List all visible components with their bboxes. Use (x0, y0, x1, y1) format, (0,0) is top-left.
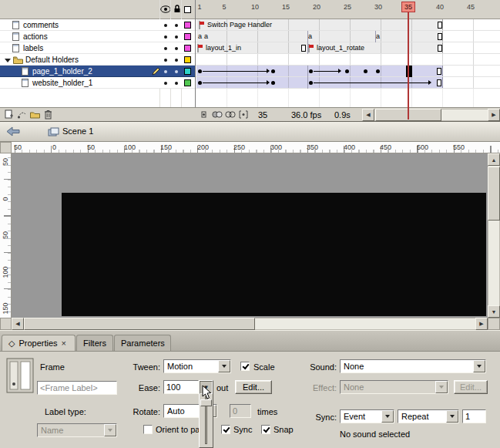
stage-vscrollbar-thumb[interactable] (488, 167, 500, 221)
span-end-marker (301, 45, 306, 52)
outline-color-swatch[interactable] (184, 45, 191, 52)
sound-select[interactable]: None (340, 359, 486, 373)
insert-layer-folder-icon[interactable] (29, 109, 41, 120)
ruler-label: 150 (2, 299, 9, 318)
stage-scroll-down-button[interactable]: ▼ (488, 305, 500, 318)
frame-number: 40 (434, 3, 446, 11)
dropdown-arrow-icon[interactable] (381, 410, 394, 423)
sound-sync-value: Event (344, 412, 365, 421)
tween-select[interactable]: Motion (163, 359, 231, 373)
repeat-select[interactable]: Repeat (398, 409, 459, 423)
tab-parameters[interactable]: Parameters (114, 335, 171, 351)
visibility-dot[interactable] (164, 70, 167, 73)
layer-row-labels[interactable]: labels (0, 42, 195, 54)
outline-color-swatch[interactable] (184, 68, 191, 75)
outline-color-swatch[interactable] (184, 33, 191, 40)
frame-label-text: layout_1_rotate (317, 44, 364, 52)
lock-dot[interactable] (175, 59, 178, 62)
insert-layer-icon[interactable] (3, 109, 15, 120)
folder-expand-arrow-icon[interactable] (5, 59, 11, 62)
keyframe-dot (345, 69, 349, 73)
frame-number: 30 (372, 3, 384, 11)
playhead-line[interactable] (408, 12, 409, 120)
outline-color-swatch[interactable] (184, 22, 191, 29)
layer-row-page-1-holder-2-selected[interactable]: page_1_holder_2 (0, 66, 195, 77)
ruler-label: 250 (233, 143, 245, 151)
timeline-panel: 1 5 10 15 20 25 30 40 45 comments action… (0, 0, 500, 107)
snap-checkbox[interactable] (261, 425, 270, 434)
stage-pasteboard[interactable] (12, 153, 488, 318)
stage-scroll-up-button[interactable]: ▲ (488, 153, 500, 166)
scale-checkbox[interactable] (240, 362, 250, 371)
back-arrow-icon[interactable] (6, 126, 20, 138)
edit-multiple-frames-icon[interactable] (237, 109, 249, 120)
stage-canvas[interactable] (62, 193, 486, 316)
label-type-value: Name (41, 426, 63, 435)
lock-dot[interactable] (175, 82, 178, 85)
frame-label-flag-icon (197, 44, 203, 54)
layer-row-actions[interactable]: actions (0, 31, 195, 42)
ease-value-input[interactable]: 100 (163, 380, 199, 394)
span-end-marker (437, 68, 441, 75)
center-frame-icon[interactable] (198, 109, 210, 120)
row-separator (196, 65, 500, 66)
tab-filters[interactable]: Filters (76, 335, 113, 351)
close-icon[interactable]: × (62, 339, 66, 348)
repeat-count-input[interactable]: 1 (462, 409, 486, 423)
outline-color-swatch[interactable] (184, 79, 191, 86)
visibility-dot[interactable] (164, 47, 167, 50)
visibility-dot[interactable] (164, 59, 167, 62)
ease-edit-button[interactable]: Edit... (235, 380, 272, 394)
stage-hscrollbar-thumb[interactable] (24, 318, 255, 330)
onion-skin-icon[interactable] (211, 109, 223, 120)
layer-name: actions (23, 32, 48, 41)
outline-view-icon[interactable] (184, 6, 191, 13)
add-motion-guide-icon[interactable] (16, 109, 28, 120)
outline-color-swatch[interactable] (184, 56, 191, 63)
layer-name: website_holder_1 (32, 79, 92, 87)
frame-label-placeholder: <Frame Label> (40, 383, 98, 392)
dropdown-arrow-icon[interactable] (446, 410, 458, 423)
layer-row-website-holder-1[interactable]: website_holder_1 (0, 77, 195, 89)
timeline-scroll-right-button[interactable]: ▶ (488, 109, 500, 121)
visibility-dot[interactable] (164, 35, 167, 39)
stage-scroll-right-button[interactable]: ▶ (475, 318, 488, 330)
current-frame-marker[interactable]: 35 (401, 2, 415, 12)
sync-checkbox[interactable] (221, 425, 230, 434)
frame-label-input[interactable]: <Frame Label> (37, 381, 117, 395)
lock-dot[interactable] (175, 35, 178, 39)
layer-row-comments[interactable]: comments (0, 19, 195, 31)
tween-arrow-line (314, 71, 338, 72)
span-end-marker (438, 22, 442, 29)
lock-icon[interactable] (173, 4, 181, 15)
ease-slider-thumb[interactable] (200, 399, 212, 406)
delete-layer-trash-icon[interactable] (42, 109, 54, 120)
ruler-corner (0, 142, 12, 153)
elapsed-time-readout: 0.9s (334, 110, 351, 120)
keyframe-dot (309, 69, 313, 73)
frame-number: 45 (465, 3, 477, 11)
tween-arrow-line (203, 71, 267, 72)
timeline-scroll-left-button[interactable]: ◀ (362, 109, 374, 121)
timeline-header[interactable]: 1 5 10 15 20 25 30 40 45 (0, 0, 500, 19)
scrollbar-corner (0, 318, 12, 330)
onion-skin-outlines-icon[interactable] (224, 109, 236, 120)
dropdown-arrow-icon[interactable] (473, 360, 485, 372)
tab-properties[interactable]: ◇ Properties × (2, 335, 76, 351)
ruler-label: 0 (52, 143, 56, 151)
layer-row-folder-default-holders[interactable]: Default Holders (0, 54, 195, 66)
keyframe-dot (364, 69, 367, 73)
visibility-dot[interactable] (164, 24, 167, 27)
frame-rate-readout[interactable]: 36.0 fps (291, 110, 321, 120)
lock-dot[interactable] (175, 47, 178, 50)
orient-to-path-checkbox[interactable] (143, 425, 153, 434)
lock-dot[interactable] (175, 70, 178, 73)
lock-dot[interactable] (175, 24, 178, 27)
layer-name: Default Holders (25, 56, 79, 64)
stage-scroll-left-button[interactable]: ◀ (12, 318, 24, 330)
visibility-dot[interactable] (164, 82, 167, 85)
dropdown-arrow-icon[interactable] (218, 360, 230, 372)
tween-arrow-head (267, 69, 270, 73)
show-hide-eye-icon[interactable] (160, 5, 171, 15)
sound-sync-select[interactable]: Event (340, 409, 394, 423)
